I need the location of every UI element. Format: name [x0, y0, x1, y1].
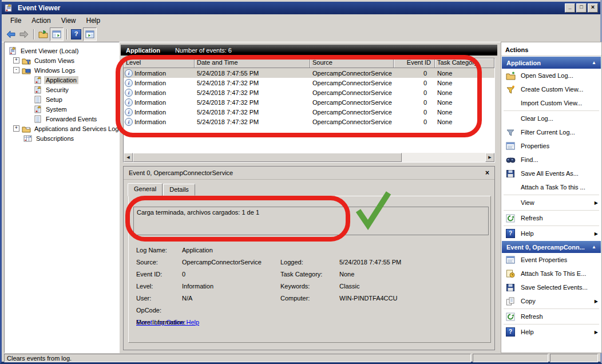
column-level[interactable]: Level	[124, 58, 195, 68]
column-source[interactable]: Source	[310, 58, 394, 68]
close-button[interactable]: ×	[588, 3, 598, 13]
column-date-time[interactable]: Date and Time	[195, 58, 310, 68]
tab-details[interactable]: Details	[163, 184, 195, 196]
table-row[interactable]: iInformation 5/24/2018 7:47:32 PM Operca…	[124, 107, 494, 117]
expand-plus-icon[interactable]: +	[13, 57, 19, 64]
event-id-cell: 0	[394, 89, 435, 96]
keywords-label: Keywords:	[280, 283, 310, 290]
help-glyph: ?	[71, 29, 81, 39]
level-cell: Information	[134, 80, 166, 86]
separator	[504, 308, 599, 309]
table-row[interactable]: iInformation 5/24/2018 7:47:32 PM Operca…	[124, 97, 494, 107]
folder-icon	[22, 125, 31, 133]
menu-action[interactable]: Action	[26, 15, 56, 26]
tree-item-label: Custom Views	[33, 57, 76, 65]
action-help-event[interactable]: ? Help ▶	[501, 325, 601, 339]
actions-section-event[interactable]: Event 0, OpercampConn... ▲	[502, 241, 601, 253]
window-title: Event Viewer	[18, 4, 564, 12]
task-category-cell: None	[435, 118, 494, 125]
action-save-all-events-as[interactable]: Save All Events As...	[501, 167, 601, 180]
action-view[interactable]: View ▶	[501, 196, 601, 209]
event-viewer-app-icon	[4, 4, 13, 12]
tree-item-system[interactable]: System	[5, 104, 119, 114]
scrollbar-track[interactable]	[402, 153, 485, 162]
horizontal-scrollbar[interactable]: ◀ ▶	[124, 153, 494, 162]
action-pane-icon[interactable]	[83, 27, 97, 41]
no-icon	[506, 198, 516, 207]
collapse-section-icon[interactable]: ▲	[592, 244, 596, 250]
minimize-button[interactable]: _	[565, 3, 575, 13]
tree-item-apps-services-logs[interactable]: + Applications and Services Logs	[5, 124, 119, 133]
menu-help[interactable]: Help	[81, 15, 106, 26]
tree-item-application[interactable]: Application	[5, 75, 119, 85]
action-attach-task-to-log[interactable]: Attach a Task To this ...	[501, 180, 601, 194]
export-list-icon[interactable]	[37, 28, 49, 41]
actions-pane: Actions Application ▲ Open Saved Log... …	[501, 42, 602, 353]
tree-item-security[interactable]: Security	[5, 85, 119, 94]
separator	[504, 324, 599, 325]
back-icon[interactable]	[5, 28, 17, 41]
task-category-cell: None	[435, 99, 494, 106]
expand-plus-icon[interactable]: +	[13, 125, 19, 132]
forward-icon[interactable]	[18, 28, 30, 41]
tree-item-subscriptions[interactable]: Subscriptions	[5, 133, 119, 143]
save-icon	[506, 169, 516, 178]
source-cell: OpercampConnectorService	[310, 118, 394, 125]
tree-item-windows-logs[interactable]: - Windows Logs	[5, 65, 119, 75]
action-find[interactable]: Find...	[501, 153, 601, 167]
tree-item-label: Event Viewer (Local)	[19, 47, 80, 55]
level-label: Level:	[136, 283, 153, 290]
collapse-section-icon[interactable]: ▲	[592, 60, 596, 65]
tree-item-custom-views[interactable]: + Custom Views	[5, 56, 119, 65]
scroll-left-icon[interactable]: ◀	[124, 153, 133, 162]
action-open-saved-log[interactable]: Open Saved Log...	[501, 69, 601, 82]
maximize-button[interactable]: □	[576, 3, 587, 13]
action-label: Refresh	[521, 215, 543, 221]
information-icon: i	[125, 118, 133, 126]
detail-tabs: General Details	[128, 184, 194, 196]
action-save-selected-events[interactable]: Save Selected Events...	[501, 280, 601, 294]
tree-item-forwarded-events[interactable]: Forwarded Events	[5, 114, 119, 124]
copy-icon	[506, 296, 516, 306]
log-icon	[33, 115, 42, 123]
field-row: More Information: Event Log Online Help	[136, 319, 486, 327]
action-properties[interactable]: Properties	[501, 139, 601, 153]
console-tree-icon[interactable]	[50, 27, 64, 41]
action-refresh[interactable]: Refresh	[501, 211, 601, 225]
action-help[interactable]: ? Help ▶	[501, 227, 601, 240]
column-task-category[interactable]: Task Category	[435, 58, 494, 68]
action-import-custom-view[interactable]: Import Custom View...	[501, 96, 601, 110]
event-message-box[interactable]: Carga terminada, archivos cargados: 1 de…	[133, 207, 489, 235]
event-id-value: 0	[182, 271, 185, 278]
collapse-minus-icon[interactable]: -	[13, 67, 19, 73]
action-clear-log[interactable]: Clear Log...	[501, 112, 601, 125]
action-copy[interactable]: Copy ▶	[501, 294, 601, 308]
status-segment	[473, 354, 548, 362]
menu-file[interactable]: File	[5, 15, 26, 26]
tree-item-root[interactable]: Event Viewer (Local)	[5, 46, 119, 56]
table-row[interactable]: iInformation 5/24/2018 7:47:32 PM Operca…	[124, 78, 494, 88]
table-row[interactable]: iInformation 5/24/2018 7:47:32 PM Operca…	[124, 88, 494, 97]
action-event-properties[interactable]: Event Properties	[501, 253, 601, 267]
action-filter-current-log[interactable]: Filter Current Log...	[501, 125, 601, 139]
task-icon	[506, 269, 516, 278]
menu-view[interactable]: View	[56, 15, 81, 26]
action-label: Filter Current Log...	[521, 129, 575, 136]
close-preview-icon[interactable]: ×	[485, 169, 489, 176]
scrollbar-thumb[interactable]	[133, 153, 402, 162]
column-event-id[interactable]: Event ID	[394, 58, 435, 68]
refresh-icon	[506, 213, 516, 223]
save-icon	[506, 283, 516, 292]
action-attach-task-to-event[interactable]: Attach Task To This E...	[501, 267, 601, 280]
tab-general[interactable]: General	[128, 183, 163, 196]
field-row: Source: OpercampConnectorService Logged:…	[136, 259, 486, 267]
scroll-right-icon[interactable]: ▶	[485, 153, 494, 162]
action-label: Find...	[521, 156, 538, 163]
table-row[interactable]: iInformation 5/24/2018 7:47:55 PM Operca…	[124, 68, 494, 78]
tree-item-setup[interactable]: Setup	[5, 94, 119, 104]
help-toolbar-icon[interactable]: ?	[70, 28, 82, 41]
actions-section-application[interactable]: Application ▲	[502, 57, 601, 69]
action-refresh-event[interactable]: Refresh	[501, 310, 601, 323]
action-create-custom-view[interactable]: Create Custom View...	[501, 82, 601, 96]
table-row[interactable]: iInformation 5/24/2018 7:47:32 PM Operca…	[124, 117, 494, 126]
